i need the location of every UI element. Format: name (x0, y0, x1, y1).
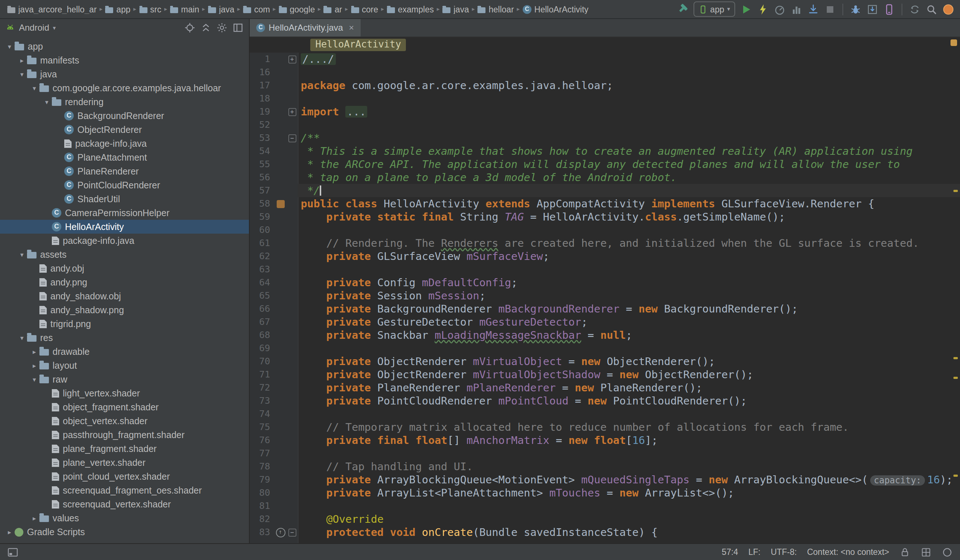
code-line[interactable]: 56 * tap on a plane to place a 3d model … (250, 171, 960, 184)
code-line[interactable]: 59 private static final String TAG = Hel… (250, 210, 960, 223)
code-line[interactable]: 72 private PlaneRenderer mPlaneRenderer … (250, 381, 960, 394)
tree-item-planeattachment[interactable]: CPlaneAttachment (0, 150, 249, 164)
line-separator[interactable]: LF: (748, 547, 760, 556)
tree-item-raw[interactable]: ▾raw (0, 372, 249, 386)
code-line[interactable]: 70 private ObjectRenderer mVirtualObject… (250, 355, 960, 368)
tree-item-camerapermissionhelper[interactable]: CCameraPermissionHelper (0, 206, 249, 220)
caret-position[interactable]: 57:4 (722, 547, 738, 556)
breadcrumb-item[interactable]: java (441, 5, 470, 13)
tree-item-drawable[interactable]: ▸drawable (0, 345, 249, 358)
tree-item-trigrid-png[interactable]: trigrid.png (0, 317, 249, 331)
breadcrumb-item[interactable]: google (277, 5, 317, 13)
chevron-right-icon[interactable]: ▸ (29, 348, 39, 355)
event-log-icon[interactable] (942, 547, 953, 557)
code-line[interactable]: 1+/.../ (250, 53, 960, 66)
code-line[interactable]: 66 private BackgroundRenderer mBackgroun… (250, 302, 960, 315)
chevron-down-icon[interactable]: ▾ (29, 376, 39, 383)
code-line[interactable]: 83↑− protected void onCreate(Bundle save… (250, 526, 960, 539)
code-line[interactable]: 77 (250, 447, 960, 460)
tree-item-com-google-ar-core-examples-java-helloar[interactable]: ▾com.google.ar.core.examples.java.helloa… (0, 81, 249, 95)
tree-item-andy-shadow-obj[interactable]: andy_shadow.obj (0, 289, 249, 303)
code-line[interactable]: 57 */ (250, 184, 960, 197)
code-line[interactable]: 58public class HelloArActivity extends A… (250, 197, 960, 210)
code-line[interactable]: 67 private GestureDetector mGestureDetec… (250, 315, 960, 328)
code-editor[interactable]: 1+/.../1617package com.google.ar.core.ex… (250, 53, 960, 543)
settings-gear-icon[interactable] (216, 22, 228, 34)
tree-item-passthrough-fragment-shader[interactable]: passthrough_fragment.shader (0, 428, 249, 442)
breadcrumb-item[interactable]: java (206, 5, 236, 13)
code-line[interactable]: 63 (250, 263, 960, 276)
tree-item-rendering[interactable]: ▾rendering (0, 95, 249, 109)
code-line[interactable]: 79 private ArrayBlockingQueue<MotionEven… (250, 473, 960, 486)
tree-item-values[interactable]: ▸values (0, 511, 249, 525)
code-line[interactable]: 19+import ... (250, 105, 960, 118)
code-line[interactable]: 18 (250, 92, 960, 105)
code-line[interactable]: 80 private ArrayList<PlaneAttachment> mT… (250, 486, 960, 499)
run-button[interactable] (740, 3, 752, 15)
code-line[interactable]: 78 // Tap handling and UI. (250, 460, 960, 473)
code-line[interactable]: 71 private ObjectRenderer mVirtualObject… (250, 368, 960, 381)
tree-item-andy-png[interactable]: andy.png (0, 275, 249, 289)
code-line[interactable]: 54 * This is a simple example that shows… (250, 144, 960, 158)
chevron-right-icon[interactable]: ▸ (29, 362, 39, 369)
code-line[interactable]: 61 // Rendering. The Renderers are creat… (250, 237, 960, 250)
code-line[interactable]: 81 (250, 499, 960, 512)
code-line[interactable]: 52 (250, 118, 960, 131)
code-line[interactable]: 73 private PointCloudRenderer mPointClou… (250, 394, 960, 407)
inspection-indicator[interactable] (950, 39, 957, 46)
file-encoding[interactable]: UTF-8: (771, 547, 797, 556)
chevron-right-icon[interactable]: ▸ (29, 514, 39, 522)
breadcrumb-item[interactable]: com (242, 5, 271, 13)
warning-stripe-mark[interactable] (954, 190, 958, 192)
code-line[interactable]: 62 private GLSurfaceView mSurfaceView; (250, 250, 960, 263)
sync-project-icon[interactable] (909, 3, 921, 15)
breadcrumb-item[interactable]: ar (322, 5, 344, 13)
code-line[interactable]: 76 private final float[] mAnchorMatrix =… (250, 434, 960, 447)
profiler-icon[interactable] (774, 3, 786, 15)
tree-item-andy-obj[interactable]: andy.obj (0, 261, 249, 275)
tree-item-layout[interactable]: ▸layout (0, 358, 249, 372)
code-line[interactable]: 82 @Override (250, 512, 960, 526)
tree-item-backgroundrenderer[interactable]: CBackgroundRenderer (0, 109, 249, 123)
locate-icon[interactable] (184, 22, 196, 34)
code-line[interactable]: 68 private Snackbar mLoadingMessageSnack… (250, 328, 960, 342)
tree-item-planerenderer[interactable]: CPlaneRenderer (0, 164, 249, 178)
tree-item-package-info-java[interactable]: package-info.java (0, 234, 249, 248)
chevron-down-icon[interactable]: ▾ (29, 84, 39, 92)
breadcrumb-item[interactable]: examples (386, 5, 435, 13)
hide-panel-icon[interactable] (232, 22, 244, 34)
breadcrumb-item[interactable]: app (104, 5, 132, 13)
run-configuration-select[interactable]: app ▾ (694, 2, 735, 17)
tree-item-pointcloudrenderer[interactable]: CPointCloudRenderer (0, 178, 249, 192)
warning-stripe-mark[interactable] (954, 357, 958, 359)
breadcrumb-item[interactable]: src (138, 5, 163, 13)
tree-item-java[interactable]: ▾java (0, 67, 249, 81)
tree-item-object-vertex-shader[interactable]: object_vertex.shader (0, 414, 249, 428)
collapse-all-icon[interactable] (200, 22, 212, 34)
tree-item-gradle-scripts[interactable]: ▸Gradle Scripts (0, 525, 249, 539)
code-line[interactable]: 75 // Temporary matrix allocated here to… (250, 421, 960, 434)
sdk-manager-icon[interactable] (867, 3, 878, 15)
chevron-right-icon[interactable]: ▸ (17, 57, 27, 64)
tree-item-objectrenderer[interactable]: CObjectRenderer (0, 123, 249, 136)
code-line[interactable]: 53−/** (250, 131, 960, 144)
breadcrumb-item[interactable]: main (169, 5, 201, 13)
chevron-down-icon[interactable]: ▾ (17, 334, 27, 341)
monitor-icon[interactable] (790, 3, 802, 15)
code-line[interactable]: 16 (250, 66, 960, 79)
tree-item-light-vertex-shader[interactable]: light_vertex.shader (0, 386, 249, 400)
context-widget[interactable]: Context: <no context> (807, 547, 889, 556)
warning-stripe-mark[interactable] (954, 376, 958, 379)
attach-debugger-icon[interactable] (850, 3, 861, 15)
breadcrumb-item[interactable]: helloar (476, 5, 515, 13)
search-everywhere-icon[interactable] (926, 3, 938, 15)
instant-run-icon[interactable] (757, 3, 769, 15)
tree-item-helloaractivity[interactable]: CHelloArActivity (0, 220, 249, 234)
chevron-down-icon[interactable]: ▾ (4, 43, 14, 50)
code-line[interactable]: 55 * the ARCore API. The application wil… (250, 158, 960, 171)
code-line[interactable]: 17package com.google.ar.core.examples.ja… (250, 79, 960, 92)
code-line[interactable]: 64 private Config mDefaultConfig; (250, 276, 960, 289)
tree-item-manifests[interactable]: ▸manifests (0, 53, 249, 67)
dashboard-icon[interactable] (921, 547, 931, 557)
tree-item-res[interactable]: ▾res (0, 331, 249, 345)
